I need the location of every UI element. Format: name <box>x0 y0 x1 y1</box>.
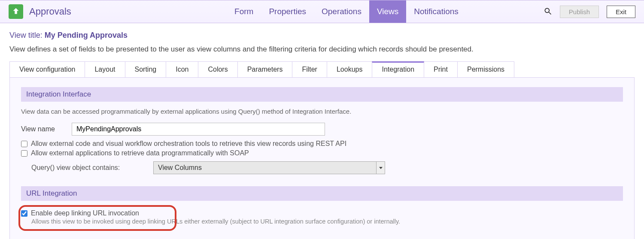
view-title-prefix: View title: <box>9 31 43 39</box>
top-nav: Form Properties Operations Views Notific… <box>227 0 466 23</box>
deep-linking-checkbox[interactable] <box>21 210 27 217</box>
topbar-right: Publish Exit <box>466 0 635 23</box>
integration-panel: Integration Interface View data can be a… <box>9 78 635 239</box>
tab-icon[interactable]: Icon <box>166 61 198 77</box>
query-select-value: View Columns <box>158 164 202 172</box>
rest-api-row: Allow external code and visual workflow … <box>21 140 623 148</box>
topbar-left: Approvals <box>9 0 88 23</box>
svg-point-0 <box>545 8 549 12</box>
soap-label[interactable]: Allow external applications to retrieve … <box>31 149 249 157</box>
tab-lookups[interactable]: Lookups <box>327 61 373 77</box>
search-icon[interactable] <box>544 7 552 17</box>
nav-notifications[interactable]: Notifications <box>406 0 466 23</box>
tab-colors[interactable]: Colors <box>198 61 237 77</box>
tab-permissions[interactable]: Permissions <box>457 61 514 77</box>
nav-operations[interactable]: Operations <box>314 0 369 23</box>
nav-views[interactable]: Views <box>369 0 406 23</box>
view-title-value: My Pending Approvals <box>45 31 128 39</box>
chevron-down-icon <box>376 162 385 174</box>
page-title: Approvals <box>29 6 71 17</box>
tab-sorting[interactable]: Sorting <box>125 61 167 77</box>
integration-interface-desc: View data can be accessed programmatical… <box>21 108 623 115</box>
soap-row: Allow external applications to retrieve … <box>21 149 623 157</box>
deep-linking-label[interactable]: Enable deep linking URL invocation <box>31 209 139 217</box>
app-icon <box>9 4 23 19</box>
exit-button[interactable]: Exit <box>607 6 635 18</box>
tab-layout[interactable]: Layout <box>85 61 125 77</box>
soap-checkbox[interactable] <box>21 150 27 157</box>
view-description: View defines a set of fields to be prese… <box>9 45 635 54</box>
nav-form[interactable]: Form <box>227 0 261 23</box>
query-select[interactable]: View Columns <box>153 161 385 174</box>
tab-filter[interactable]: Filter <box>292 61 327 77</box>
rest-api-checkbox[interactable] <box>21 141 27 147</box>
tab-parameters[interactable]: Parameters <box>237 61 293 77</box>
view-name-row: View name <box>21 123 623 136</box>
query-row: Query() view object contains: View Colum… <box>31 161 623 174</box>
view-name-label: View name <box>21 125 72 133</box>
deep-linking-highlight: Enable deep linking URL invocation Allow… <box>21 207 406 227</box>
top-bar: Approvals Form Properties Operations Vie… <box>0 0 644 23</box>
publish-button[interactable]: Publish <box>560 6 599 18</box>
tab-print[interactable]: Print <box>424 61 458 77</box>
sub-tabs: View configuration Layout Sorting Icon C… <box>9 61 635 78</box>
tab-integration[interactable]: Integration <box>372 61 424 77</box>
nav-properties[interactable]: Properties <box>261 0 314 23</box>
query-label: Query() view object contains: <box>31 164 143 172</box>
deep-linking-row: Enable deep linking URL invocation <box>21 209 400 217</box>
view-title-row: View title: My Pending Approvals <box>9 31 635 40</box>
url-integration-header: URL Integration <box>21 186 623 201</box>
svg-line-1 <box>549 12 551 14</box>
view-name-input[interactable] <box>72 123 325 136</box>
deep-linking-subtext: Allows this view to be invoked using dee… <box>31 218 400 225</box>
tab-view-configuration[interactable]: View configuration <box>9 61 85 77</box>
content-area: View title: My Pending Approvals View de… <box>0 23 644 239</box>
integration-interface-header: Integration Interface <box>21 87 623 102</box>
rest-api-label[interactable]: Allow external code and visual workflow … <box>31 140 346 148</box>
